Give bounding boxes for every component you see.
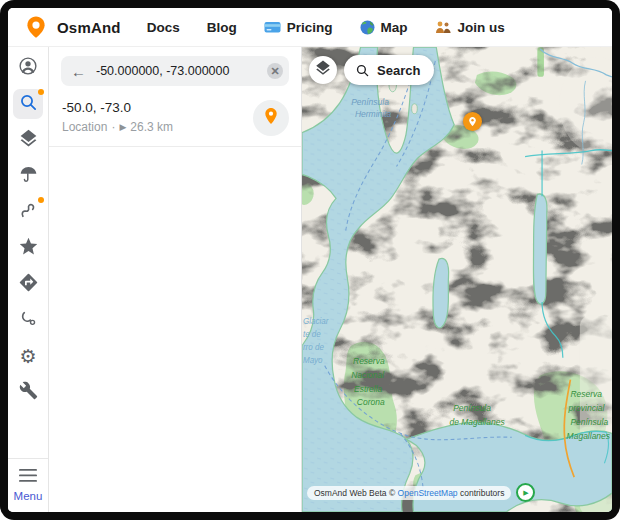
openstreetmap-link[interactable]: OpenStreetMap [398,488,458,498]
osmand-web-app: OsmAnd Docs Blog Pricing Map Join us [8,8,612,512]
brand[interactable]: OsmAnd [24,15,121,39]
brand-name: OsmAnd [57,19,121,36]
location-pin-icon [261,106,281,130]
location-pin-icon [467,113,478,131]
search-result-row[interactable]: -50.0, -73.0 Location · ▶ 26.3 km [49,90,301,147]
nav-docs[interactable]: Docs [147,20,180,35]
map-viewport[interactable]: Península Herminita Glaciar te de rro de… [302,47,612,512]
browser-window: OsmAnd Docs Blog Pricing Map Join us [0,0,620,520]
umbrella-icon [18,164,39,189]
map-search-button[interactable]: Search [344,55,434,85]
map-label-reserva-nacional: Reserva [353,355,385,365]
sidebar-item-plan-route[interactable] [13,197,43,227]
tracks-icon [18,308,39,333]
map-attribution: OsmAnd Web Beta © OpenStreetMap contribu… [307,483,535,502]
sidebar-item-weather[interactable] [13,161,43,191]
layers-icon [18,128,39,153]
map-label-glaciar: Glaciar [303,317,330,326]
map-label-peninsula-magallanes: Península [453,403,491,413]
search-badge-dot [38,89,44,95]
sidebar-item-search[interactable] [13,89,43,119]
sidebar-item-account[interactable] [13,53,43,83]
svg-text:Península: Península [570,417,608,427]
back-arrow-icon[interactable]: ← [71,64,86,79]
map-label-peninsula-herminita: Península [351,97,389,107]
search-panel: ← ✕ -50.0, -73.0 Location · ▶ 26.3 km [49,47,302,512]
sidebar-item-tracks[interactable] [13,305,43,335]
map-canvas[interactable]: Península Herminita Glaciar te de rro de… [302,47,612,512]
search-icon [355,63,370,78]
nav-blog[interactable]: Blog [207,20,237,35]
svg-text:rro de: rro de [303,343,324,352]
nav-map[interactable]: Map [360,20,408,35]
pricing-card-icon [264,20,281,34]
star-icon [18,236,39,261]
route-icon [18,200,39,225]
globe-icon [360,20,375,35]
plan-route-badge-dot [38,197,44,203]
search-input[interactable] [94,63,259,79]
svg-text:Herminita: Herminita [355,108,391,118]
sidebar-item-navigation[interactable] [13,269,43,299]
directions-icon [18,272,39,297]
search-icon [18,92,39,117]
map-marker[interactable] [463,112,482,131]
account-icon [17,55,39,81]
result-distance: 26.3 km [130,120,173,134]
clear-search-icon[interactable]: ✕ [267,63,283,79]
sidebar-item-settings[interactable]: ⚙ [13,341,43,371]
map-label-reserva-provincial: Reserva [570,389,602,399]
direction-arrow-icon: ▶ [119,122,126,132]
svg-text:Magallanes: Magallanes [567,431,611,441]
hamburger-menu-icon[interactable] [19,468,37,486]
people-icon [435,20,452,34]
sidebar-item-configure-map[interactable] [13,125,43,155]
result-title: -50.0, -73.0 [62,100,241,115]
search-bar: ← ✕ [61,56,289,86]
play-button[interactable]: ▶ [516,483,535,502]
sidebar-menu-area: Menu [8,458,48,512]
sidebar-item-utilities[interactable] [13,377,43,407]
layers-icon [314,59,332,81]
sidebar-item-favorites[interactable] [13,233,43,263]
svg-text:Estrella: Estrella [354,383,382,393]
menu-label[interactable]: Menu [14,490,43,502]
svg-text:Nacional: Nacional [351,369,385,379]
gear-icon: ⚙ [19,347,36,366]
svg-text:de Magallanes: de Magallanes [449,417,505,427]
svg-text:provincial: provincial [568,403,606,413]
top-navbar: OsmAnd Docs Blog Pricing Map Join us [8,8,612,47]
svg-text:te de: te de [303,330,321,339]
wrench-icon [19,381,38,404]
left-icon-sidebar: ⚙ Menu [8,47,49,512]
result-pin-avatar [253,100,289,136]
svg-text:Corona: Corona [357,397,385,407]
attribution-text: OsmAnd Web Beta © OpenStreetMap contribu… [307,486,511,500]
result-subtitle: Location · ▶ 26.3 km [62,120,241,134]
osmand-logo-icon [24,15,48,39]
nav-join-us[interactable]: Join us [435,20,505,35]
map-layers-button[interactable] [309,56,337,84]
svg-text:Mayo: Mayo [303,355,323,364]
nav-pricing[interactable]: Pricing [264,20,333,35]
